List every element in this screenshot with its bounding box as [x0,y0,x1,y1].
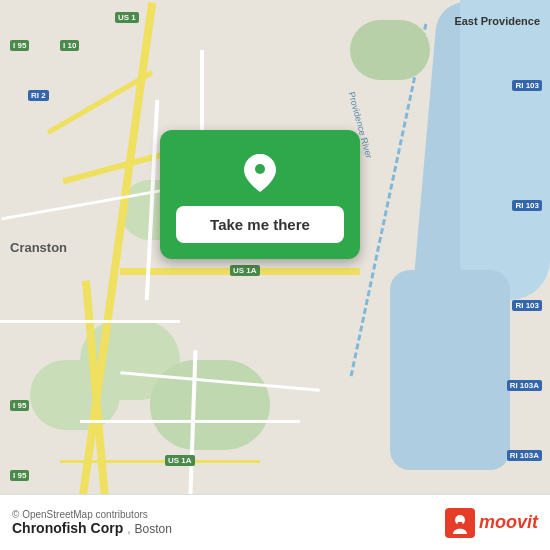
shield-ri103a-1: RI 103A [507,380,542,391]
popup-card: Take me there [160,130,360,259]
shield-us1: US 1 [115,12,139,23]
shield-i10: I 10 [60,40,79,51]
moovit-logo-icon [445,508,475,538]
take-me-there-button[interactable]: Take me there [176,206,344,243]
water-east [460,0,550,300]
shield-ri103a-2: RI 103A [507,450,542,461]
shield-ri103-3: RI 103 [512,300,542,311]
app-location: Boston [135,522,172,536]
shield-i95-top: I 95 [10,40,29,51]
map-container: Providence River US 1 I 10 RI 2 I 95 RI … [0,0,550,550]
app-info: Chronofish Corp , Boston [12,520,172,536]
shield-us1a-2: US 1A [165,455,195,466]
map-pin-icon [238,150,282,194]
road-local-2 [0,320,180,323]
shield-i95-bottom: I 95 [10,400,29,411]
water-bottom-right [390,270,510,470]
east-providence-label: East Providence [454,15,540,27]
road-local-5 [60,460,260,463]
location-pin-icon [238,150,282,194]
moovit-logo: moovit [445,508,538,538]
park-area-4 [150,360,270,450]
separator: , [127,522,130,536]
shield-i95-bottom2: I 95 [10,470,29,481]
app-name: Chronofish Corp [12,520,123,536]
copyright-text: © OpenStreetMap contributors [12,509,172,520]
svg-point-1 [255,164,265,174]
park-area-3 [350,20,430,80]
shield-ri2: RI 2 [28,90,49,101]
shield-ri103-2: RI 103 [512,200,542,211]
bottom-left-info: © OpenStreetMap contributors Chronofish … [12,509,172,536]
shield-us1a-1: US 1A [230,265,260,276]
shield-ri103-1: RI 103 [512,80,542,91]
bottom-bar: © OpenStreetMap contributors Chronofish … [0,494,550,550]
moovit-text: moovit [479,512,538,533]
cranston-label: Cranston [10,240,67,255]
